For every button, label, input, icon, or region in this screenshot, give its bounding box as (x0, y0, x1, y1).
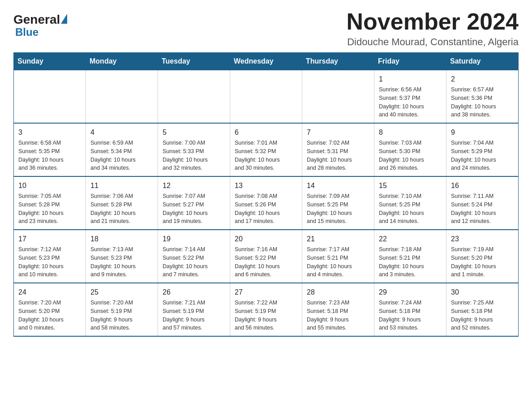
calendar-cell: 2Sunrise: 6:57 AMSunset: 5:36 PMDaylight… (446, 70, 519, 124)
day-info: Sunrise: 7:17 AMSunset: 5:21 PMDaylight:… (307, 245, 369, 279)
day-info: Sunrise: 7:20 AMSunset: 5:19 PMDaylight:… (90, 299, 153, 332)
weekday-header-thursday: Thursday (302, 53, 374, 70)
calendar-cell (302, 70, 374, 124)
day-number: 12 (163, 180, 225, 191)
day-info: Sunrise: 7:03 AMSunset: 5:30 PMDaylight:… (379, 139, 442, 172)
day-info: Sunrise: 6:57 AMSunset: 5:36 PMDaylight:… (451, 86, 514, 119)
header: General Blue November 2024 Didouche Mour… (13, 9, 519, 48)
day-info: Sunrise: 7:20 AMSunset: 5:20 PMDaylight:… (18, 299, 81, 332)
weekday-header-sunday: Sunday (14, 53, 86, 70)
calendar-cell: 8Sunrise: 7:03 AMSunset: 5:30 PMDaylight… (374, 123, 446, 176)
day-info: Sunrise: 7:05 AMSunset: 5:28 PMDaylight:… (18, 192, 81, 226)
day-info: Sunrise: 7:16 AMSunset: 5:22 PMDaylight:… (235, 245, 297, 279)
calendar-cell: 22Sunrise: 7:18 AMSunset: 5:21 PMDayligh… (374, 230, 446, 283)
day-number: 6 (235, 127, 297, 138)
day-number: 4 (90, 127, 153, 138)
day-number: 16 (451, 180, 514, 191)
day-info: Sunrise: 7:19 AMSunset: 5:20 PMDaylight:… (451, 245, 514, 279)
calendar-cell (230, 70, 302, 124)
day-info: Sunrise: 7:02 AMSunset: 5:31 PMDaylight:… (307, 139, 369, 172)
day-number: 26 (163, 287, 225, 298)
calendar-header: SundayMondayTuesdayWednesdayThursdayFrid… (14, 53, 519, 70)
day-number: 20 (235, 234, 297, 244)
day-number: 30 (451, 287, 514, 298)
calendar-cell: 1Sunrise: 6:56 AMSunset: 5:37 PMDaylight… (374, 70, 446, 124)
weekday-header-friday: Friday (374, 53, 446, 70)
week-row-2: 3Sunrise: 6:58 AMSunset: 5:35 PMDaylight… (14, 123, 519, 176)
calendar-cell: 20Sunrise: 7:16 AMSunset: 5:22 PMDayligh… (230, 230, 302, 283)
logo-blue-text: Blue (15, 26, 39, 39)
day-number: 24 (18, 287, 81, 298)
logo-general-text: General (13, 13, 60, 26)
weekday-header-tuesday: Tuesday (158, 53, 230, 70)
day-info: Sunrise: 7:11 AMSunset: 5:24 PMDaylight:… (451, 192, 514, 226)
day-number: 27 (235, 287, 297, 298)
day-info: Sunrise: 7:00 AMSunset: 5:33 PMDaylight:… (163, 139, 225, 172)
day-info: Sunrise: 7:21 AMSunset: 5:19 PMDaylight:… (163, 299, 225, 332)
calendar-cell: 23Sunrise: 7:19 AMSunset: 5:20 PMDayligh… (446, 230, 519, 283)
week-row-4: 17Sunrise: 7:12 AMSunset: 5:23 PMDayligh… (14, 230, 519, 283)
day-info: Sunrise: 7:25 AMSunset: 5:18 PMDaylight:… (451, 299, 514, 332)
day-info: Sunrise: 7:22 AMSunset: 5:19 PMDaylight:… (235, 299, 297, 332)
weekday-header-row: SundayMondayTuesdayWednesdayThursdayFrid… (14, 53, 519, 70)
day-number: 9 (451, 127, 514, 138)
calendar-cell: 14Sunrise: 7:09 AMSunset: 5:25 PMDayligh… (302, 176, 374, 230)
day-number: 5 (163, 127, 225, 138)
day-info: Sunrise: 7:01 AMSunset: 5:32 PMDaylight:… (235, 139, 297, 172)
day-number: 23 (451, 234, 514, 244)
day-info: Sunrise: 7:18 AMSunset: 5:21 PMDaylight:… (379, 245, 442, 279)
day-info: Sunrise: 7:13 AMSunset: 5:23 PMDaylight:… (90, 245, 153, 279)
day-info: Sunrise: 7:10 AMSunset: 5:25 PMDaylight:… (379, 192, 442, 226)
day-info: Sunrise: 7:08 AMSunset: 5:26 PMDaylight:… (235, 192, 297, 226)
day-info: Sunrise: 7:23 AMSunset: 5:18 PMDaylight:… (307, 299, 369, 332)
calendar-table: SundayMondayTuesdayWednesdayThursdayFrid… (13, 52, 519, 337)
day-number: 28 (307, 287, 369, 298)
calendar-cell (86, 70, 158, 124)
calendar-cell: 19Sunrise: 7:14 AMSunset: 5:22 PMDayligh… (158, 230, 230, 283)
calendar-cell: 5Sunrise: 7:00 AMSunset: 5:33 PMDaylight… (158, 123, 230, 176)
weekday-header-monday: Monday (86, 53, 158, 70)
calendar-cell: 28Sunrise: 7:23 AMSunset: 5:18 PMDayligh… (302, 283, 374, 336)
title-area: November 2024 Didouche Mourad, Constanti… (347, 9, 519, 48)
day-number: 11 (90, 180, 153, 191)
calendar-cell: 24Sunrise: 7:20 AMSunset: 5:20 PMDayligh… (14, 283, 86, 336)
day-number: 22 (379, 234, 442, 244)
day-number: 18 (90, 234, 153, 244)
day-info: Sunrise: 7:06 AMSunset: 5:28 PMDaylight:… (90, 192, 153, 226)
calendar-cell: 12Sunrise: 7:07 AMSunset: 5:27 PMDayligh… (158, 176, 230, 230)
day-info: Sunrise: 7:24 AMSunset: 5:18 PMDaylight:… (379, 299, 442, 332)
calendar-cell: 29Sunrise: 7:24 AMSunset: 5:18 PMDayligh… (374, 283, 446, 336)
calendar-cell: 9Sunrise: 7:04 AMSunset: 5:29 PMDaylight… (446, 123, 519, 176)
day-number: 29 (379, 287, 442, 298)
day-info: Sunrise: 7:04 AMSunset: 5:29 PMDaylight:… (451, 139, 514, 172)
calendar-cell: 7Sunrise: 7:02 AMSunset: 5:31 PMDaylight… (302, 123, 374, 176)
month-title: November 2024 (347, 9, 519, 34)
calendar-cell: 6Sunrise: 7:01 AMSunset: 5:32 PMDaylight… (230, 123, 302, 176)
calendar-cell: 15Sunrise: 7:10 AMSunset: 5:25 PMDayligh… (374, 176, 446, 230)
logo: General Blue (13, 13, 67, 39)
day-number: 15 (379, 180, 442, 191)
calendar-cell: 30Sunrise: 7:25 AMSunset: 5:18 PMDayligh… (446, 283, 519, 336)
day-info: Sunrise: 7:14 AMSunset: 5:22 PMDaylight:… (163, 245, 225, 279)
week-row-5: 24Sunrise: 7:20 AMSunset: 5:20 PMDayligh… (14, 283, 519, 336)
day-number: 3 (18, 127, 81, 138)
calendar-cell: 13Sunrise: 7:08 AMSunset: 5:26 PMDayligh… (230, 176, 302, 230)
calendar-cell: 11Sunrise: 7:06 AMSunset: 5:28 PMDayligh… (86, 176, 158, 230)
day-number: 2 (451, 74, 514, 85)
calendar-cell: 18Sunrise: 7:13 AMSunset: 5:23 PMDayligh… (86, 230, 158, 283)
calendar-cell (14, 70, 86, 124)
calendar-cell: 10Sunrise: 7:05 AMSunset: 5:28 PMDayligh… (14, 176, 86, 230)
calendar-cell: 21Sunrise: 7:17 AMSunset: 5:21 PMDayligh… (302, 230, 374, 283)
day-number: 10 (18, 180, 81, 191)
day-number: 19 (163, 234, 225, 244)
day-number: 21 (307, 234, 369, 244)
day-info: Sunrise: 6:59 AMSunset: 5:34 PMDaylight:… (90, 139, 153, 172)
day-info: Sunrise: 7:07 AMSunset: 5:27 PMDaylight:… (163, 192, 225, 226)
day-number: 25 (90, 287, 153, 298)
calendar-cell: 26Sunrise: 7:21 AMSunset: 5:19 PMDayligh… (158, 283, 230, 336)
calendar-cell (158, 70, 230, 124)
calendar-body: 1Sunrise: 6:56 AMSunset: 5:37 PMDaylight… (14, 70, 519, 337)
calendar-cell: 25Sunrise: 7:20 AMSunset: 5:19 PMDayligh… (86, 283, 158, 336)
logo-top: General (13, 13, 67, 26)
calendar-cell: 27Sunrise: 7:22 AMSunset: 5:19 PMDayligh… (230, 283, 302, 336)
